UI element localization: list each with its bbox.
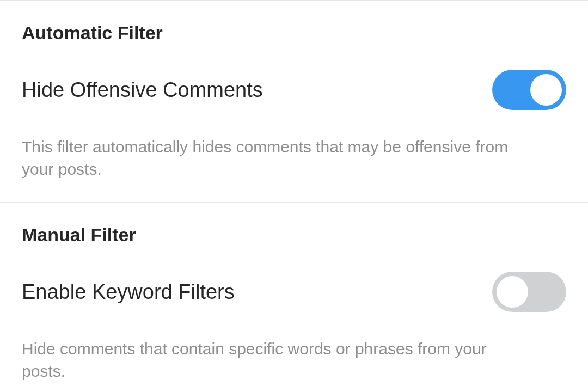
manual-filter-section: Manual Filter Enable Keyword Filters Hid… [0,202,588,392]
enable-keyword-filters-row: Enable Keyword Filters [22,272,566,312]
hide-offensive-comments-toggle[interactable] [492,70,566,110]
enable-keyword-filters-toggle[interactable] [492,272,566,312]
hide-offensive-comments-row: Hide Offensive Comments [22,70,566,110]
automatic-filter-section: Automatic Filter Hide Offensive Comments… [0,0,588,202]
hide-offensive-comments-label: Hide Offensive Comments [22,78,263,102]
manual-filter-title: Manual Filter [22,224,566,246]
toggle-knob-icon [530,74,562,106]
toggle-knob-icon [497,276,528,308]
hide-offensive-comments-description: This filter automatically hides comments… [22,136,512,180]
enable-keyword-filters-description: Hide comments that contain specific word… [22,338,512,382]
automatic-filter-title: Automatic Filter [22,22,566,44]
enable-keyword-filters-label: Enable Keyword Filters [22,280,235,304]
